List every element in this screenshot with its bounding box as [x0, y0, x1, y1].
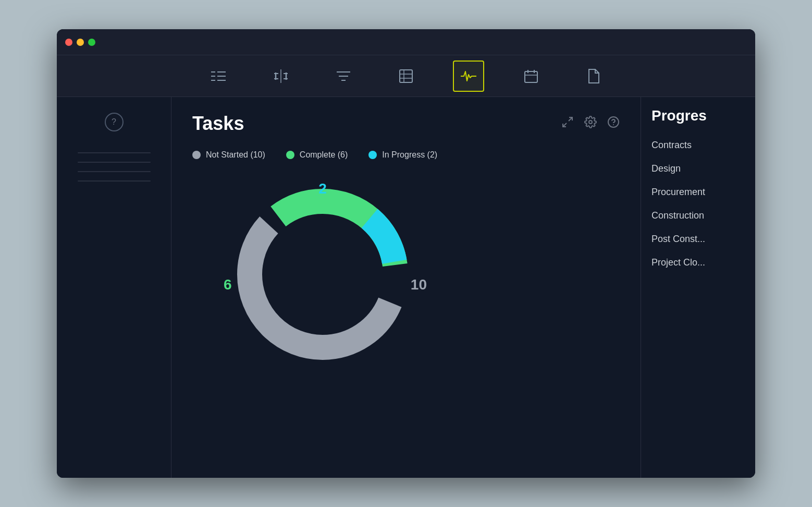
svg-rect-20	[525, 71, 537, 82]
svg-line-24	[569, 117, 572, 121]
category-design[interactable]: Design	[651, 163, 745, 174]
donut-chart	[224, 175, 422, 373]
legend-dot-complete	[286, 151, 294, 159]
sidebar-line-4	[78, 180, 151, 182]
svg-line-25	[563, 123, 567, 127]
sidebar-help-icon[interactable]: ?	[105, 113, 124, 131]
sidebar: ?	[57, 97, 171, 478]
tasks-header: Tasks	[192, 113, 620, 135]
expand-icon[interactable]	[561, 116, 574, 131]
legend-dot-not-started	[192, 151, 201, 159]
chart-label-in-progress: 2	[318, 180, 327, 197]
close-button[interactable]	[65, 39, 72, 46]
category-post-construction[interactable]: Post Const...	[651, 234, 745, 245]
svg-rect-16	[400, 70, 412, 82]
tab-doc[interactable]	[578, 61, 609, 92]
app-window: ? Tasks	[57, 29, 755, 478]
svg-point-26	[589, 120, 592, 124]
traffic-lights	[65, 39, 95, 46]
right-panel-title: Progres	[651, 107, 745, 124]
category-list: Contracts Design Procurement Constructio…	[651, 140, 745, 268]
sidebar-lines	[78, 152, 151, 182]
sidebar-line-2	[78, 162, 151, 163]
tasks-title: Tasks	[192, 113, 244, 135]
sidebar-line-1	[78, 152, 151, 153]
category-construction[interactable]: Construction	[651, 210, 745, 221]
chart-label-not-started: 10	[411, 276, 427, 293]
chart-label-complete: 6	[224, 276, 232, 293]
category-project-closeout[interactable]: Project Clo...	[651, 257, 745, 268]
right-panel: Progres Contracts Design Procurement Con…	[641, 97, 755, 478]
minimize-button[interactable]	[77, 39, 84, 46]
tab-calendar[interactable]	[515, 61, 547, 92]
legend: Not Started (10) Complete (6) In Progres…	[192, 150, 620, 160]
tab-gantt[interactable]	[265, 61, 297, 92]
tasks-actions	[561, 116, 620, 131]
tab-filter[interactable]	[328, 61, 359, 92]
toolbar	[57, 55, 755, 97]
tab-pulse[interactable]	[453, 61, 484, 92]
legend-label-in-progress: In Progress (2)	[382, 150, 437, 160]
category-contracts[interactable]: Contracts	[651, 140, 745, 151]
main-content: Tasks	[171, 97, 641, 478]
content-area: ? Tasks	[57, 97, 755, 478]
question-mark: ?	[112, 117, 116, 127]
legend-label-not-started: Not Started (10)	[206, 150, 265, 160]
maximize-button[interactable]	[88, 39, 95, 46]
category-procurement[interactable]: Procurement	[651, 187, 745, 198]
help-icon[interactable]	[607, 116, 620, 131]
tab-table[interactable]	[390, 61, 422, 92]
legend-complete: Complete (6)	[286, 150, 348, 160]
sidebar-line-3	[78, 171, 151, 172]
legend-dot-in-progress	[368, 151, 377, 159]
tab-list[interactable]	[203, 61, 234, 92]
legend-in-progress: In Progress (2)	[368, 150, 437, 160]
titlebar	[57, 29, 755, 55]
legend-not-started: Not Started (10)	[192, 150, 265, 160]
settings-icon[interactable]	[584, 116, 597, 131]
legend-label-complete: Complete (6)	[300, 150, 348, 160]
